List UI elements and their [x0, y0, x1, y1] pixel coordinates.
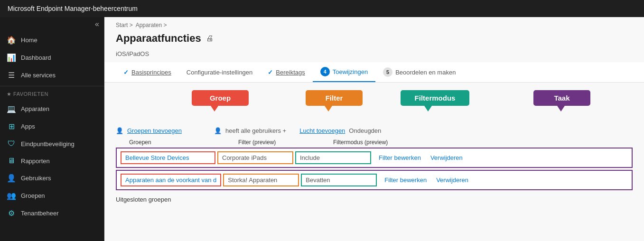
step-number: 5	[383, 67, 392, 77]
sidebar-item-gebruikers[interactable]: 👤 Gebruikers	[0, 169, 104, 187]
step-label: Configuratie-instellingen	[187, 69, 252, 76]
dashboard-icon: 📊	[7, 53, 16, 62]
group-cell-2[interactable]: Apparaten aan de voorkant van d	[121, 174, 221, 186]
topbar: Microsoft Endpoint Manager-beheercentrum	[0, 0, 644, 17]
col-header-groepen: Groepen	[129, 139, 238, 146]
filtermodus-cell-1: Include	[295, 151, 371, 164]
ondeugden-label: Ondeugden	[349, 127, 381, 134]
sidebar-collapse-button[interactable]: «	[0, 17, 104, 31]
col-header-filtermodus: Filtermodus (preview)	[333, 139, 428, 146]
sidebar-item-label: Dashboard	[21, 54, 51, 61]
step-label: Toewijzingen	[333, 68, 368, 75]
filter-bewerken-link-1[interactable]: Filter bewerken	[379, 154, 421, 161]
sidebar-favorites-label: ★ FAVORIETEN	[0, 88, 104, 100]
assignment-row-1: Bellevue Store Devices Corporate iPads I…	[116, 148, 633, 168]
content-area: Groep Filter Filtermodus	[104, 83, 644, 241]
add-group-icon2: 👤	[214, 127, 222, 134]
sidebar-item-alle-services[interactable]: ☰ Alle services	[0, 66, 104, 84]
filter-heeft-label: heeft alle gebruikers +	[225, 127, 286, 134]
callout-filtermodus: Filtermodus	[401, 90, 469, 106]
sidebar-item-label: Apparaten	[21, 105, 49, 112]
sidebar-item-home[interactable]: 🏠 Home	[0, 31, 104, 49]
apparaten-icon: 💻	[7, 104, 16, 113]
callout-taak: Taak	[533, 90, 590, 106]
sidebar-item-tenantbeheer[interactable]: ⚙ Tenantbeheer	[0, 204, 104, 222]
sidebar-divider	[0, 86, 104, 86]
wizard-step-configuratie[interactable]: Configuratie-instellingen	[179, 64, 260, 81]
wizard-step-bereiktags[interactable]: ✓ Bereiktags	[260, 64, 312, 81]
sidebar-item-apps[interactable]: ⊞ Apps	[0, 118, 104, 135]
tenantbeheer-icon: ⚙	[7, 209, 16, 218]
sidebar-item-dashboard[interactable]: 📊 Dashboard	[0, 49, 104, 66]
home-icon: 🏠	[7, 36, 16, 45]
step-number: 4	[320, 67, 330, 76]
group-cell-1[interactable]: Bellevue Store Devices	[121, 151, 215, 164]
groepen-toevoegen-link[interactable]: Groepen toevoegen	[127, 127, 182, 134]
assignment-row-2: Apparaten aan de voorkant van d Storka! …	[116, 170, 633, 190]
callout-filter: Filter	[306, 90, 363, 106]
sidebar-item-label: Apps	[21, 123, 35, 130]
groepen-icon: 👥	[7, 191, 16, 200]
check-icon: ✓	[268, 69, 273, 76]
wizard-steps: ✓ Basisprincipes Configuratie-instelling…	[104, 62, 644, 83]
check-icon: ✓	[123, 69, 129, 76]
beveiliging-icon: 🛡	[7, 139, 16, 148]
breadcrumb: Start > Apparaten >	[104, 17, 644, 28]
filter-cell-2: Storka! Apparaten	[223, 174, 299, 186]
page-header: Apparaatfuncties 🖨	[104, 28, 644, 50]
page-title: Apparaatfuncties	[116, 32, 201, 45]
sidebar-item-label: Gebruikers	[21, 175, 51, 182]
callout-groep: Groep	[192, 90, 249, 106]
sidebar-item-label: Groepen	[21, 192, 45, 199]
page-subtitle: iOS/iPadOS	[104, 50, 644, 62]
main-content: Start > Apparaten > Apparaatfuncties 🖨 i…	[104, 17, 644, 241]
apps-icon: ⊞	[7, 122, 16, 131]
wizard-step-toewijzingen[interactable]: 4 Toewijzingen	[313, 62, 375, 82]
step-label: Beoordelen en maken	[395, 69, 456, 76]
filtermodus-cell-2: Bevatten	[301, 174, 377, 186]
step-label: Bereiktags	[276, 69, 305, 76]
sidebar-item-rapporten[interactable]: 🖥 Rapporten	[0, 152, 104, 169]
verwijderen-link-2[interactable]: Verwijderen	[436, 176, 468, 184]
sidebar: « 🏠 Home 📊 Dashboard ☰ Alle services ★ F…	[0, 17, 104, 241]
sidebar-item-label: Eindpuntbeveiliging	[21, 140, 75, 148]
wizard-step-basisprincipes[interactable]: ✓ Basisprincipes	[116, 64, 179, 81]
gebruikers-icon: 👤	[7, 174, 16, 183]
lucht-toevoegen-link[interactable]: Lucht toevoegen	[299, 127, 345, 134]
add-row: 👤 Groepen toevoegen 👤 heeft alle gebruik…	[116, 125, 633, 136]
sidebar-item-apparaten[interactable]: 💻 Apparaten	[0, 100, 104, 118]
sidebar-item-label: Tenantbeheer	[21, 210, 59, 217]
filter-cell-1: Corporate iPads	[217, 151, 293, 164]
sidebar-item-eindpuntbeveiliging[interactable]: 🛡 Eindpuntbeveiliging	[0, 135, 104, 152]
sidebar-item-groepen[interactable]: 👥 Groepen	[0, 187, 104, 204]
rapporten-icon: 🖥	[7, 157, 16, 165]
wizard-step-beoordelen[interactable]: 5 Beoordelen en maken	[375, 63, 463, 82]
print-icon[interactable]: 🖨	[206, 34, 214, 43]
column-headers: Groepen Filter (preview) Filtermodus (pr…	[116, 138, 633, 148]
topbar-title: Microsoft Endpoint Manager-beheercentrum	[8, 5, 138, 12]
services-icon: ☰	[7, 71, 16, 80]
verwijderen-link-1[interactable]: Verwijderen	[430, 154, 463, 161]
add-assignment-row: Groep Filter Filtermodus	[116, 90, 633, 136]
action-links-1: Filter bewerken Verwijderen	[379, 154, 463, 161]
sidebar-item-label: Rapporten	[21, 158, 50, 165]
col-header-filter: Filter (preview)	[238, 139, 333, 146]
sidebar-item-label: Home	[21, 37, 37, 44]
action-links-2: Filter bewerken Verwijderen	[384, 176, 468, 184]
step-label: Basisprincipes	[131, 69, 171, 76]
sidebar-item-label: Alle services	[21, 72, 56, 79]
excluded-groups-label: Uitgesloten groepen	[116, 196, 633, 203]
add-group-icon: 👤	[116, 127, 123, 134]
filter-bewerken-link-2[interactable]: Filter bewerken	[384, 176, 427, 184]
